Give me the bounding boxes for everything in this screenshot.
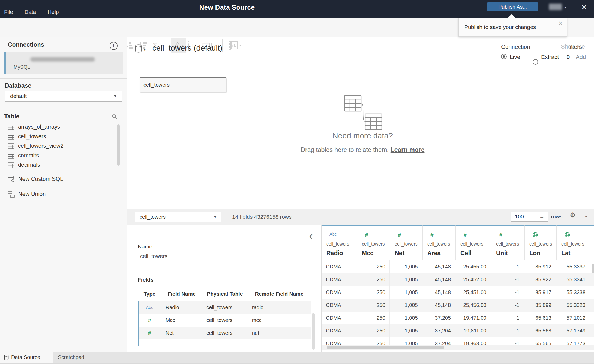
- connection-type-label: MySQL: [14, 64, 30, 70]
- chevron-down-icon: ▼: [213, 215, 217, 219]
- connection-name-redacted: [30, 57, 95, 62]
- apply-rows-arrow-icon[interactable]: →: [539, 214, 544, 220]
- gear-icon[interactable]: ⚙: [570, 211, 576, 219]
- field-row-mcc[interactable]: # Mcc cell_towers mcc: [138, 314, 311, 327]
- connection-accent-bar: [4, 52, 6, 74]
- connection-item[interactable]: MySQL: [4, 52, 123, 74]
- live-radio[interactable]: [501, 54, 507, 59]
- globe-icon: [565, 232, 570, 238]
- table-row[interactable]: CDMA2501,00537,20519,471.00-165.61357.10…: [322, 312, 594, 324]
- window-close-icon[interactable]: ✕: [581, 3, 587, 12]
- grid-vertical-scrollbar[interactable]: [592, 264, 594, 273]
- sidebar-item-commits[interactable]: commits: [5, 151, 114, 160]
- fields-label: Fields: [138, 277, 154, 283]
- row-count-input[interactable]: [514, 213, 536, 220]
- user-menu-caret-icon[interactable]: ▾: [564, 5, 566, 9]
- row-accent-bar: [138, 339, 139, 346]
- collapse-panel-icon[interactable]: ❮: [309, 233, 313, 239]
- database-select-value: default: [10, 93, 27, 99]
- empty-state-heading: Need more data?: [284, 131, 441, 140]
- canvas-table-chip[interactable]: cell_towers: [140, 77, 226, 92]
- show-me-caret-icon[interactable]: ▾: [239, 40, 241, 51]
- tab-scratchpad[interactable]: Scratchpad: [58, 352, 84, 363]
- learn-more-link[interactable]: Learn more: [391, 146, 425, 153]
- collapse-grid-chevron-icon[interactable]: ⌄: [584, 212, 589, 219]
- field-row-net[interactable]: # Net cell_towers net: [138, 327, 311, 339]
- grid-col-lat[interactable]: cell_towers Lat: [557, 225, 591, 260]
- relate-tables-illustration: [342, 94, 384, 131]
- col-field-label: Area: [427, 250, 441, 257]
- col-type: Type: [138, 287, 161, 301]
- table-row[interactable]: CDMA2501,00545,14825,452.00-185.92255.33…: [322, 273, 594, 286]
- number-type-icon[interactable]: #: [148, 317, 151, 324]
- sidebar-item-decimals[interactable]: decimals: [5, 160, 114, 170]
- col-field-label: Lon: [529, 250, 540, 257]
- user-avatar[interactable]: [549, 4, 562, 10]
- table-item-label: commits: [18, 152, 39, 159]
- menu-file[interactable]: File: [4, 9, 13, 15]
- publish-as-button[interactable]: Publish As...: [487, 2, 538, 11]
- fields-table-scrollbar[interactable]: [312, 313, 315, 350]
- grid-col-area[interactable]: # cell_towers Area: [423, 225, 456, 260]
- table-list-scrollbar[interactable]: [117, 124, 120, 166]
- table-item-label: cell_towers_view2: [18, 143, 63, 149]
- number-type-icon: #: [430, 232, 434, 238]
- table-row[interactable]: CDMA2501,00545,14825,456.00-185.89955.33…: [322, 299, 594, 312]
- sidebar-item-cell-towers-view2[interactable]: cell_towers_view2: [5, 141, 114, 151]
- scrollbar-thumb[interactable]: [327, 346, 444, 349]
- menu-help[interactable]: Help: [47, 9, 59, 15]
- table-row[interactable]: CDMA2501,00545,14825,451.00-185.91755.33…: [322, 286, 594, 299]
- grid-col-radio[interactable]: Abc cell_towers Radio: [322, 225, 357, 260]
- show-me-panel-icon[interactable]: [229, 40, 238, 51]
- data-grid: Abc cell_towers Radio # cell_towers Mcc …: [322, 225, 594, 352]
- grid-table-select[interactable]: cell_towers ▼: [135, 212, 221, 222]
- tooltip-text: Publish to save your changes: [464, 18, 536, 36]
- number-type-icon[interactable]: #: [148, 330, 151, 336]
- physical-table-cell: cell_towers: [202, 327, 248, 339]
- table-row[interactable]: CDMA2501,00537,20419,811.00-165.56857.17…: [322, 324, 594, 337]
- tooltip-close-icon[interactable]: ✕: [558, 20, 563, 27]
- table-icon: [8, 134, 14, 140]
- datasource-caret-icon[interactable]: ▾: [144, 48, 146, 52]
- grid-col-lon[interactable]: cell_towers Lon: [525, 225, 557, 260]
- live-radio-label[interactable]: Live: [510, 54, 520, 61]
- sidebar-item-cell-towers[interactable]: cell_towers: [5, 132, 114, 141]
- add-connection-icon[interactable]: +: [110, 42, 118, 50]
- fields-table-header: Type Field Name Physical Table Remote Fi…: [138, 287, 311, 301]
- new-custom-sql-button[interactable]: New Custom SQL: [5, 174, 114, 184]
- string-type-icon[interactable]: Abc: [146, 305, 153, 310]
- remote-field-cell: radio: [248, 301, 311, 314]
- table-row[interactable]: CDMA2501,00545,14825,455.00-185.91255.33…: [322, 260, 594, 273]
- field-name-cell[interactable]: Radio: [161, 301, 202, 314]
- datasource-db-icon[interactable]: [135, 44, 142, 53]
- new-union-button[interactable]: New Union: [5, 189, 114, 199]
- col-field-label: Cell: [460, 250, 471, 257]
- sidebar-divider: [0, 78, 127, 79]
- field-row-radio[interactable]: Abc Radio cell_towers radio: [138, 301, 311, 314]
- physical-table-cell: cell_towers: [202, 301, 248, 314]
- name-value[interactable]: cell_towers: [140, 253, 167, 259]
- table-icon: [8, 124, 14, 130]
- database-select[interactable]: default ▼: [5, 91, 122, 102]
- field-name-cell[interactable]: Mcc: [161, 314, 202, 327]
- col-physical-table: Physical Table: [202, 287, 248, 301]
- extract-radio[interactable]: [533, 59, 538, 65]
- sidebar-item-arrays-of-arrays[interactable]: arrays_of_arrays: [5, 122, 114, 132]
- col-remote-field-name: Remote Field Name: [248, 287, 311, 301]
- filters-add-link[interactable]: Add: [576, 54, 586, 61]
- menu-data[interactable]: Data: [25, 9, 36, 15]
- grid-col-net[interactable]: # cell_towers Net: [390, 225, 423, 260]
- titlebar-divider: [574, 2, 574, 16]
- grid-col-cell[interactable]: # cell_towers Cell: [456, 225, 491, 260]
- extract-radio-label[interactable]: Extract: [541, 54, 559, 61]
- menu-bar: File Data Help: [4, 9, 59, 15]
- search-tables-icon[interactable]: [112, 114, 117, 120]
- field-name-cell[interactable]: Net: [161, 327, 202, 339]
- grid-col-mcc[interactable]: # cell_towers Mcc: [357, 225, 390, 260]
- field-row-partial: [138, 339, 311, 346]
- grid-horizontal-scrollbar[interactable]: [322, 345, 594, 350]
- grid-col-unit[interactable]: # cell_towers Unit: [491, 225, 525, 260]
- row-count-control: →: [511, 212, 548, 222]
- tab-data-source[interactable]: Data Source: [0, 352, 53, 363]
- col-table-label: cell_towers: [529, 241, 552, 247]
